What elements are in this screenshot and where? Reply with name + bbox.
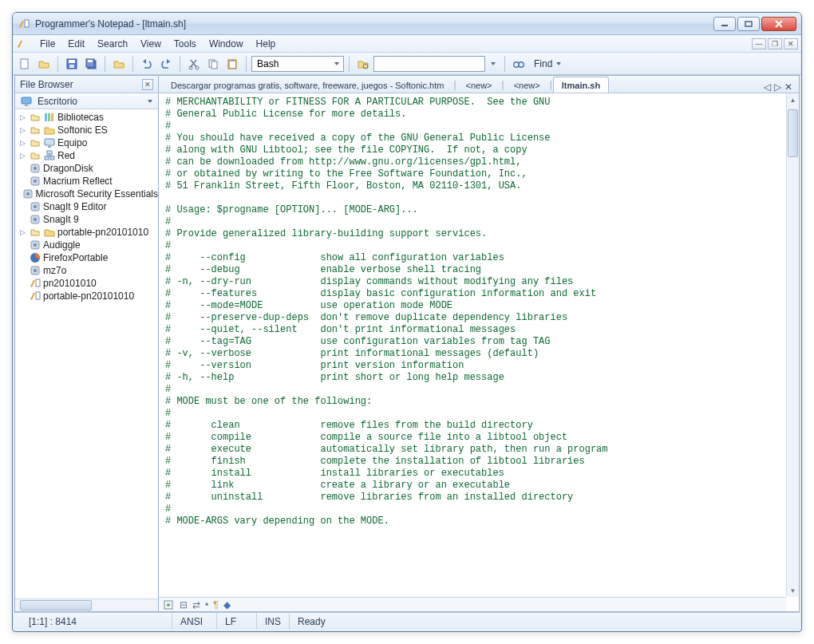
open-file-button[interactable] xyxy=(35,55,53,73)
scrollbar-thumb[interactable] xyxy=(788,109,798,157)
file-tree[interactable]: ▷Bibliotecas▷Softonic ES▷Equipo▷RedDrago… xyxy=(15,109,158,599)
tree-item-label: Red xyxy=(57,150,75,161)
item-icon xyxy=(29,175,41,188)
tree-item[interactable]: ▷Red xyxy=(15,149,158,162)
mdi-restore-button[interactable]: ❐ xyxy=(768,38,782,49)
wrap-icon[interactable]: ⇄ xyxy=(192,599,200,610)
tree-item[interactable]: ▷Equipo xyxy=(15,136,158,149)
tree-item[interactable]: Audiggle xyxy=(15,239,158,251)
sidebar-close-button[interactable]: ✕ xyxy=(142,79,153,90)
menu-help[interactable]: Help xyxy=(250,37,283,51)
marker-icon[interactable] xyxy=(162,599,175,611)
item-icon xyxy=(29,277,41,290)
tree-item-label: pn20101010 xyxy=(43,278,97,289)
editor[interactable]: # MERCHANTABILITY or FITNESS FOR A PARTI… xyxy=(159,93,799,611)
chevron-down-icon[interactable] xyxy=(147,98,153,105)
tree-item[interactable]: DragonDisk xyxy=(15,162,158,175)
scroll-down-button[interactable]: ▼ xyxy=(787,584,799,597)
mdi-close-button[interactable]: ✕ xyxy=(784,38,798,49)
menu-search[interactable]: Search xyxy=(91,37,134,51)
maximize-button[interactable] xyxy=(737,17,760,31)
tree-item[interactable]: ▷Softonic ES xyxy=(15,124,158,136)
menu-view[interactable]: View xyxy=(134,37,168,51)
redo-button[interactable] xyxy=(157,55,175,73)
tree-item[interactable]: ▷Bibliotecas xyxy=(15,111,158,124)
editor-tab[interactable]: <new> xyxy=(457,77,501,93)
menu-window[interactable]: Window xyxy=(203,37,250,51)
whitespace-icon[interactable]: • xyxy=(205,599,208,610)
svg-rect-23 xyxy=(48,113,50,121)
chevron-down-icon[interactable] xyxy=(490,61,496,67)
open-project-button[interactable] xyxy=(110,55,128,73)
svg-point-33 xyxy=(34,180,37,183)
cut-button[interactable] xyxy=(185,55,203,73)
tree-item-label: SnagIt 9 xyxy=(43,214,79,225)
separator xyxy=(180,56,180,72)
scroll-up-button[interactable]: ▲ xyxy=(787,93,799,106)
save-all-button[interactable] xyxy=(82,55,100,73)
twisty-icon[interactable]: ▷ xyxy=(18,228,27,236)
svg-rect-6 xyxy=(69,65,74,68)
twisty-icon[interactable]: ▷ xyxy=(18,113,27,121)
binoculars-icon[interactable] xyxy=(510,55,528,73)
twisty-icon[interactable]: ▷ xyxy=(18,152,27,160)
paste-button[interactable] xyxy=(223,55,241,73)
editor-tab[interactable]: ltmain.sh xyxy=(553,77,609,93)
pilcrow-icon[interactable]: ¶ xyxy=(213,599,218,610)
item-icon xyxy=(43,149,56,162)
minimize-button[interactable] xyxy=(713,17,736,31)
svg-point-35 xyxy=(26,192,30,196)
vertical-scrollbar[interactable]: ▲ ▼ xyxy=(786,93,799,597)
item-icon xyxy=(29,290,41,302)
search-input[interactable] xyxy=(373,56,485,72)
sidebar-path[interactable]: Escritorio xyxy=(15,93,158,109)
item-icon xyxy=(29,264,41,277)
editor-tab[interactable]: Descargar programas gratis, software, fr… xyxy=(162,77,452,93)
code-content[interactable]: # MERCHANTABILITY or FITNESS FOR A PARTI… xyxy=(159,93,799,531)
close-button[interactable] xyxy=(761,17,796,31)
tree-item[interactable]: SnagIt 9 Editor xyxy=(15,200,158,213)
tree-item[interactable]: mz7o xyxy=(15,264,158,277)
tree-item[interactable]: Microsoft Security Essentials xyxy=(15,188,158,200)
folder-closed-icon xyxy=(29,124,41,136)
save-button[interactable] xyxy=(63,55,81,73)
editor-tab[interactable]: <new> xyxy=(505,77,549,93)
undo-button[interactable] xyxy=(138,55,156,73)
bookmark-icon[interactable]: ◆ xyxy=(223,599,231,610)
mdi-minimize-button[interactable]: — xyxy=(752,38,766,49)
tree-item[interactable]: SnagIt 9 xyxy=(15,213,158,226)
menu-file[interactable]: File xyxy=(34,37,61,51)
tree-item[interactable]: FirefoxPortable xyxy=(15,251,158,264)
tab-close-button[interactable]: ✕ xyxy=(784,81,792,93)
svg-point-48 xyxy=(167,603,170,606)
twisty-icon[interactable]: ▷ xyxy=(18,126,27,134)
tree-item[interactable]: portable-pn20101010 xyxy=(15,290,158,302)
find-button-icon[interactable] xyxy=(354,55,372,73)
tree-item[interactable]: pn20101010 xyxy=(15,277,158,290)
twisty-icon[interactable]: ▷ xyxy=(18,139,27,147)
folder-closed-icon xyxy=(29,111,41,124)
tree-item[interactable]: Macrium Reflect xyxy=(15,175,158,188)
mdi-buttons: — ❐ ✕ xyxy=(750,38,798,49)
svg-rect-21 xyxy=(25,105,28,106)
menu-edit[interactable]: Edit xyxy=(61,37,91,51)
language-selector[interactable]: Bash xyxy=(251,56,344,72)
item-icon xyxy=(29,239,41,251)
sidebar: File Browser ✕ Escritorio ▷Bibliotecas▷S… xyxy=(15,76,159,611)
tree-scrollbar[interactable] xyxy=(15,599,158,611)
fold-icon[interactable]: ⊟ xyxy=(180,599,188,610)
menu-tools[interactable]: Tools xyxy=(168,37,203,51)
tab-next-button[interactable]: ▷ xyxy=(774,81,781,93)
folder-closed-icon xyxy=(29,149,41,162)
titlebar[interactable]: Programmer's Notepad - [ltmain.sh] xyxy=(13,13,801,35)
desktop-icon xyxy=(20,95,33,108)
new-file-button[interactable] xyxy=(16,55,34,73)
separator xyxy=(57,56,58,72)
scrollbar-thumb[interactable] xyxy=(20,600,92,610)
find-dropdown[interactable]: Find xyxy=(529,57,567,71)
copy-button[interactable] xyxy=(204,55,222,73)
tab-prev-button[interactable]: ◁ xyxy=(764,81,771,93)
item-icon xyxy=(43,226,56,239)
separator xyxy=(105,56,105,72)
tree-item[interactable]: ▷portable-pn20101010 xyxy=(15,226,158,239)
